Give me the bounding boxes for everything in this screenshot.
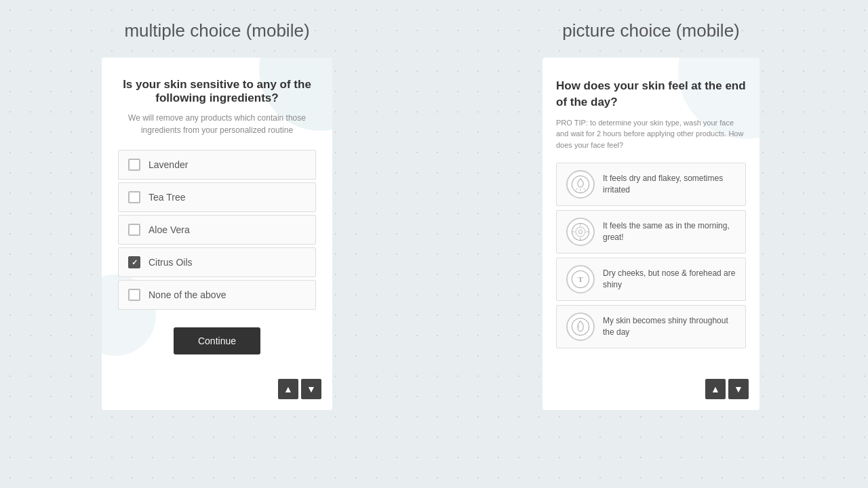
checkbox-none-above: [128, 289, 140, 301]
choice-tea-tree[interactable]: Tea Tree: [118, 182, 316, 212]
left-panel: multiple choice (mobile) Is your skin se…: [0, 0, 434, 410]
picture-label-normal: It feels the same as in the morning, gre…: [603, 220, 736, 243]
dry-skin-icon: [566, 170, 595, 199]
nav-down-left[interactable]: ▼: [301, 379, 321, 399]
svg-line-3: [583, 188, 585, 190]
normal-skin-icon: [566, 218, 595, 246]
picture-choice-dry[interactable]: It feels dry and flakey, sometimes irrit…: [556, 163, 746, 206]
checkbox-lavender: [128, 159, 140, 171]
question-subtitle: We will remove any products which contai…: [118, 112, 316, 136]
picture-choice-normal[interactable]: It feels the same as in the morning, gre…: [556, 210, 746, 253]
choice-label-none-above: None of the above: [149, 289, 226, 300]
choice-label-aloe-vera: Aloe Vera: [149, 224, 190, 235]
choice-citrus-oils[interactable]: Citrus Oils: [118, 247, 316, 277]
oily-skin-icon: [566, 312, 595, 341]
picture-choice-card: How does your skin feel at the end of th…: [542, 58, 760, 410]
choice-list: Lavender Tea Tree Aloe Vera Citrus Oils: [118, 150, 316, 312]
right-panel-title: picture choice (mobile): [562, 20, 740, 41]
right-panel: picture choice (mobile) How does your sk…: [434, 0, 868, 410]
choice-aloe-vera[interactable]: Aloe Vera: [118, 215, 316, 245]
picture-label-dry: It feels dry and flakey, sometimes irrit…: [603, 173, 736, 196]
checkbox-citrus-oils: [128, 256, 140, 268]
combination-skin-icon: T: [566, 265, 595, 293]
checkbox-aloe-vera: [128, 224, 140, 236]
choice-lavender[interactable]: Lavender: [118, 150, 316, 180]
choice-label-tea-tree: Tea Tree: [149, 192, 185, 203]
choice-label-lavender: Lavender: [149, 159, 188, 170]
nav-up-left[interactable]: ▲: [278, 379, 298, 399]
picture-choices: It feels dry and flakey, sometimes irrit…: [556, 163, 746, 348]
picture-question-title: How does your skin feel at the end of th…: [556, 78, 746, 110]
checkbox-tea-tree: [128, 191, 140, 203]
continue-button[interactable]: Continue: [174, 327, 260, 354]
nav-up-right[interactable]: ▲: [705, 379, 726, 399]
right-card-nav: ▲ ▼: [705, 379, 749, 399]
svg-point-5: [576, 227, 585, 237]
choice-none-above[interactable]: None of the above: [118, 280, 316, 310]
picture-choice-oily[interactable]: My skin becomes shiny throughout the day: [556, 305, 746, 348]
multiple-choice-card: Is your skin sensitive to any of the fol…: [102, 58, 332, 410]
svg-line-1: [576, 188, 578, 190]
picture-label-oily: My skin becomes shiny throughout the day: [603, 315, 736, 338]
svg-point-6: [578, 230, 583, 234]
nav-down-right[interactable]: ▼: [728, 379, 749, 399]
picture-question-subtitle: PRO TIP: to determine your skin type, wa…: [556, 117, 746, 151]
choice-label-citrus-oils: Citrus Oils: [149, 257, 193, 268]
card-content: Is your skin sensitive to any of the fol…: [102, 58, 332, 368]
left-card-nav: ▲ ▼: [278, 379, 321, 399]
left-panel-title: multiple choice (mobile): [124, 20, 309, 41]
picture-label-combination: Dry cheeks, but nose & forehead are shin…: [603, 268, 736, 291]
svg-text:T: T: [578, 275, 583, 283]
question-title: Is your skin sensitive to any of the fol…: [118, 78, 316, 105]
picture-choice-combination[interactable]: T Dry cheeks, but nose & forehead are sh…: [556, 258, 746, 301]
picture-card-content: How does your skin feel at the end of th…: [542, 58, 760, 362]
